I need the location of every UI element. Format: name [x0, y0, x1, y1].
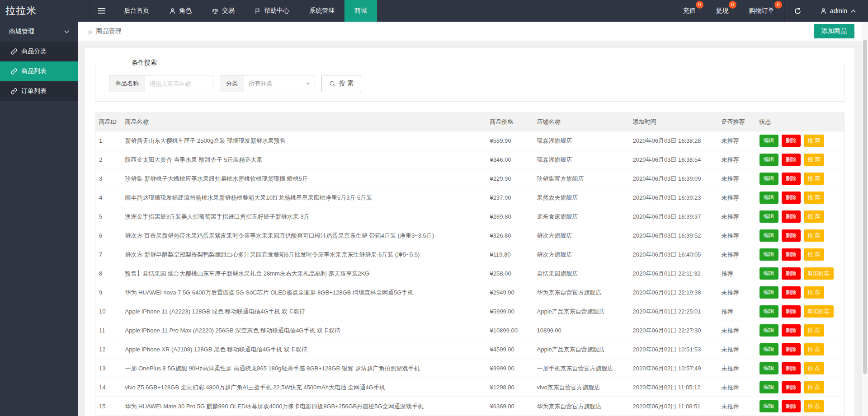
recommend-button[interactable]: 推 荐	[804, 135, 824, 147]
nav-item-trade[interactable]: 交易	[202, 0, 245, 22]
nav-item-label: 角色	[179, 7, 192, 15]
edit-button[interactable]: 编辑	[760, 135, 778, 147]
user-icon	[169, 8, 176, 14]
edit-button[interactable]: 编辑	[760, 248, 778, 261]
recommend-button[interactable]: 推 荐	[804, 362, 824, 374]
delete-button[interactable]: 删除	[782, 192, 801, 204]
cell-add-time: 2020年06月02日 11:05:12	[629, 378, 718, 397]
cell-add-time: 2020年06月01日 22:25:01	[629, 302, 718, 321]
edit-button[interactable]: 编辑	[760, 192, 778, 204]
category-select[interactable]: 所有分类	[244, 75, 315, 92]
delete-button[interactable]: 删除	[782, 343, 801, 355]
delete-button[interactable]: 删除	[782, 267, 801, 280]
sidebar-item-label: 商品分类	[21, 47, 47, 56]
refresh-button[interactable]	[784, 0, 811, 22]
edit-button[interactable]: 编辑	[760, 210, 778, 223]
edit-button[interactable]: 编辑	[760, 362, 778, 374]
cell-status: 编辑删除推 荐	[756, 397, 844, 416]
recommend-button[interactable]: 取消推荐	[804, 305, 834, 318]
delete-button[interactable]: 删除	[782, 286, 801, 299]
edit-button[interactable]: 编辑	[760, 400, 778, 412]
caret-down-icon	[306, 83, 310, 87]
sidebar-item-order-list[interactable]: 订单列表	[0, 81, 78, 101]
recommend-button[interactable]: 取消推荐	[804, 267, 834, 280]
add-goods-button[interactable]: 添加商品	[814, 24, 854, 38]
recommend-button[interactable]: 推 荐	[804, 173, 824, 185]
delete-button[interactable]: 删除	[782, 400, 801, 412]
sidebar-group-mall-management[interactable]: 商城管理	[0, 22, 78, 42]
edit-button[interactable]: 编辑	[760, 154, 778, 166]
edit-button[interactable]: 编辑	[760, 305, 778, 318]
nav-shortcut-withdraw[interactable]: 提现 0	[706, 0, 739, 22]
link-icon	[11, 48, 17, 55]
table-row: 6鲜次方 百香果新鲜热带水果鸡蛋果紫皮果时令应季水果果园直供酸爽可口榨汁鸡蛋果京…	[95, 226, 844, 245]
cell-is-recommended: 未推荐	[718, 169, 756, 188]
delete-button[interactable]: 删除	[782, 324, 801, 337]
edit-button[interactable]: 编辑	[760, 324, 778, 337]
sidebar-item-goods-list[interactable]: 商品列表	[0, 61, 78, 81]
edit-button[interactable]: 编辑	[760, 267, 778, 280]
delete-button[interactable]: 删除	[782, 229, 801, 242]
nav-item-roles[interactable]: 角色	[159, 0, 202, 22]
edit-button[interactable]: 编辑	[760, 229, 778, 242]
delete-button[interactable]: 删除	[782, 381, 801, 393]
cell-goods-price: ¥229.90	[486, 169, 533, 188]
nav-menu: 后台首页 角色 交易 帮助中心 系统管理 商城	[114, 0, 377, 22]
recommend-button[interactable]: 推 荐	[804, 400, 824, 412]
cell-goods-name: 陕西金太阳大黄杏 当季水果 酸甜杏子 5斤装精选大果	[122, 150, 486, 169]
search-button[interactable]: 搜 索	[321, 75, 361, 92]
nav-item-system[interactable]: 系统管理	[299, 0, 344, 22]
goods-name-input[interactable]	[145, 75, 213, 92]
nav-item-label: 交易	[222, 7, 235, 15]
recommend-button[interactable]: 推 荐	[804, 324, 824, 337]
delete-button[interactable]: 删除	[782, 135, 801, 147]
recommend-button[interactable]: 推 荐	[804, 154, 824, 166]
cell-goods-price: ¥2949.00	[486, 283, 533, 302]
page-scrollbar[interactable]	[862, 22, 868, 416]
header-add-time: 添加时间	[629, 113, 718, 131]
recommend-button[interactable]: 推 荐	[804, 286, 824, 299]
scrollbar-thumb[interactable]	[863, 40, 867, 374]
cell-is-recommended: 未推荐	[718, 226, 756, 245]
cell-status: 编辑删除推 荐	[756, 226, 844, 245]
edit-button[interactable]: 编辑	[760, 173, 778, 185]
nav-shortcut-shop-orders[interactable]: 购物订单 0	[739, 0, 784, 22]
hamburger-menu-icon[interactable]	[90, 0, 114, 22]
nav-shortcut-recharge[interactable]: 充值 0	[673, 0, 706, 22]
cell-goods-price: ¥258.00	[486, 264, 533, 283]
cell-is-recommended: 未推荐	[718, 245, 756, 264]
header-status: 状态	[756, 113, 844, 131]
delete-button[interactable]: 删除	[782, 173, 801, 185]
sidebar-item-goods-category[interactable]: 商品分类	[0, 42, 78, 61]
cell-goods-price: ¥559.90	[486, 131, 533, 150]
cell-add-time: 2020年06月03日 16:39:52	[629, 226, 718, 245]
cell-goods-id: 13	[95, 359, 122, 378]
user-menu[interactable]: admin	[811, 0, 868, 22]
delete-button[interactable]: 删除	[782, 210, 801, 223]
nav-item-mall[interactable]: 商城	[344, 0, 377, 22]
sidebar: 商城管理 商品分类 商品列表 订单列表	[0, 22, 78, 416]
nav-item-help-center[interactable]: 帮助中心	[245, 0, 299, 22]
nav-right-section: 充值 0 提现 0 购物订单 0 admin	[673, 0, 868, 22]
delete-button[interactable]: 删除	[782, 154, 801, 166]
category-label: 分类	[220, 75, 244, 92]
recommend-button[interactable]: 推 荐	[804, 248, 824, 261]
delete-button[interactable]: 删除	[782, 248, 801, 261]
recommend-button[interactable]: 推 荐	[804, 343, 824, 355]
cell-shop-name: 鲜次方旗舰店	[533, 245, 629, 264]
link-icon	[11, 68, 17, 75]
recommend-button[interactable]: 推 荐	[804, 229, 824, 242]
recommend-button[interactable]: 推 荐	[804, 381, 824, 393]
edit-button[interactable]: 编辑	[760, 286, 778, 299]
nav-item-dashboard[interactable]: 后台首页	[114, 0, 159, 22]
recommend-button[interactable]: 推 荐	[804, 192, 824, 204]
cell-goods-price: ¥237.90	[486, 188, 533, 207]
edit-button[interactable]: 编辑	[760, 381, 778, 393]
cell-goods-name: 澳洲金手指黑提3斤装美人指葡萄黑手指进口拇指无籽提子新鲜水果 3斤	[122, 207, 486, 226]
delete-button[interactable]: 删除	[782, 362, 801, 374]
cell-goods-id: 9	[95, 283, 122, 302]
delete-button[interactable]: 删除	[782, 305, 801, 318]
edit-button[interactable]: 编辑	[760, 343, 778, 355]
table-row: 9华为 HUAWEI nova 7 5G 6400万后置四摄 5G SoC芯片 …	[95, 283, 844, 302]
recommend-button[interactable]: 推 荐	[804, 210, 824, 223]
